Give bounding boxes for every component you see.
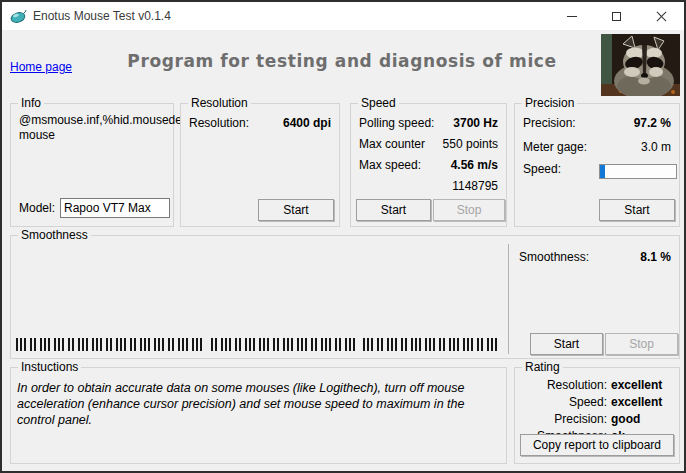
precision-group: Precision Precision: 97.2 % Meter gage: … bbox=[514, 103, 680, 227]
precision-group-label: Precision bbox=[522, 96, 577, 110]
smoothness-start-button[interactable]: Start bbox=[530, 333, 603, 355]
client-area: Home page Program for testing and diagno… bbox=[2, 31, 684, 471]
window-controls bbox=[549, 2, 684, 31]
precision-value: 97.2 % bbox=[634, 116, 671, 130]
close-button[interactable] bbox=[639, 2, 684, 31]
model-label: Model: bbox=[19, 201, 55, 215]
close-icon bbox=[656, 11, 667, 22]
home-page-link[interactable]: Home page bbox=[10, 60, 72, 74]
app-mouse-icon bbox=[10, 9, 27, 24]
precision-label: Precision: bbox=[523, 116, 576, 130]
maximize-icon bbox=[612, 12, 621, 21]
rating-group: Rating Resolution: excellent Speed: exce… bbox=[514, 367, 680, 464]
speed-stop-button[interactable]: Stop bbox=[433, 199, 505, 221]
rating-resolution-label: Resolution: bbox=[515, 378, 607, 392]
app-window: Enotus Mouse Test v0.1.4 Home page Progr… bbox=[0, 0, 686, 473]
device-info-text: @msmouse.inf,%hid.mousede mouse bbox=[19, 113, 167, 143]
smoothness-group-label: Smoothness bbox=[18, 228, 91, 242]
polling-speed-value: 3700 Hz bbox=[453, 116, 498, 130]
copy-report-button[interactable]: Copy report to clipboard bbox=[520, 434, 674, 456]
resolution-start-button[interactable]: Start bbox=[258, 199, 334, 221]
smoothness-value: 8.1 % bbox=[640, 250, 671, 264]
max-counter-value: 550 points bbox=[443, 137, 498, 151]
rating-row-speed: Speed: excellent bbox=[515, 395, 671, 412]
precision-speed-progress-fill bbox=[600, 165, 605, 178]
rating-speed-label: Speed: bbox=[515, 395, 607, 409]
instructions-text: In order to obtain accurate data on some… bbox=[17, 380, 496, 428]
polling-speed-label: Polling speed: bbox=[359, 116, 434, 130]
model-input[interactable] bbox=[60, 198, 170, 218]
instructions-group-label: Instuctions bbox=[18, 360, 81, 374]
raccoon-image bbox=[601, 34, 680, 96]
rating-row-precision: Precision: good bbox=[515, 412, 671, 429]
instructions-group: Instuctions In order to obtain accurate … bbox=[10, 367, 507, 464]
meter-gage-value: 3.0 m bbox=[641, 140, 671, 154]
info-group: Info @msmouse.inf,%hid.mousede mouse Mod… bbox=[10, 103, 174, 227]
rating-row-resolution: Resolution: excellent bbox=[515, 378, 671, 395]
smoothness-group: Smoothness Smoothness: 8.1 % Start Stop bbox=[10, 235, 680, 359]
smoothness-stop-button[interactable]: Stop bbox=[605, 333, 678, 355]
smoothness-graph bbox=[16, 338, 501, 351]
rating-precision-value: good bbox=[611, 412, 671, 426]
precision-start-button[interactable]: Start bbox=[599, 199, 675, 221]
speed-group: Speed Polling speed: 3700 Hz Max counter… bbox=[350, 103, 507, 227]
resolution-group-label: Resolution bbox=[188, 96, 251, 110]
resolution-label: Resolution: bbox=[189, 116, 249, 130]
minimize-button[interactable] bbox=[549, 2, 594, 31]
resolution-group: Resolution Resolution: 6400 dpi Start bbox=[180, 103, 340, 227]
rating-group-label: Rating bbox=[522, 360, 563, 374]
max-speed-counter-value: 1148795 bbox=[452, 179, 498, 193]
rating-precision-label: Precision: bbox=[515, 412, 607, 426]
meter-gage-label: Meter gage: bbox=[523, 140, 587, 154]
smoothness-divider bbox=[508, 244, 509, 354]
speed-group-label: Speed bbox=[358, 96, 399, 110]
info-group-label: Info bbox=[18, 96, 44, 110]
max-speed-label: Max speed: bbox=[359, 158, 421, 172]
max-speed-value: 4.56 m/s bbox=[451, 158, 498, 172]
maximize-button[interactable] bbox=[594, 2, 639, 31]
titlebar: Enotus Mouse Test v0.1.4 bbox=[2, 2, 684, 31]
resolution-value: 6400 dpi bbox=[283, 116, 331, 130]
precision-speed-progressbar bbox=[599, 164, 677, 179]
minimize-icon bbox=[567, 16, 577, 17]
page-title: Program for testing and diagnosis of mic… bbox=[72, 51, 612, 71]
rating-resolution-value: excellent bbox=[611, 378, 671, 392]
rating-speed-value: excellent bbox=[611, 395, 671, 409]
speed-start-button[interactable]: Start bbox=[356, 199, 431, 221]
max-counter-label: Max counter bbox=[359, 137, 425, 151]
smoothness-label: Smoothness: bbox=[519, 250, 589, 264]
precision-speed-label: Speed: bbox=[523, 162, 561, 176]
window-title: Enotus Mouse Test v0.1.4 bbox=[33, 9, 171, 23]
